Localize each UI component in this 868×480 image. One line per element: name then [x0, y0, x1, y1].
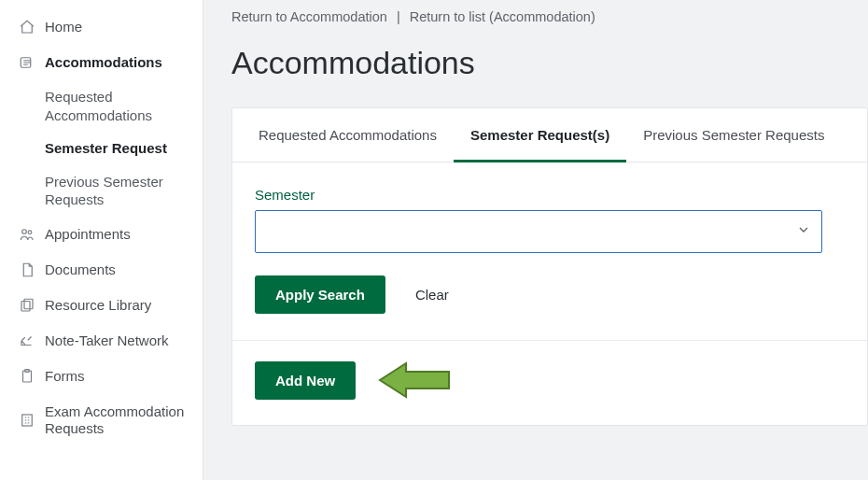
svg-point-1 — [22, 229, 27, 233]
clear-button[interactable]: Clear — [415, 287, 449, 303]
apply-search-button[interactable]: Apply Search — [255, 275, 385, 314]
share-icon — [17, 332, 37, 349]
library-icon — [17, 297, 37, 314]
sidebar-item-note-taker-network[interactable]: Note-Taker Network — [0, 323, 203, 359]
sidebar-item-label: Appointments — [45, 226, 189, 243]
add-row: Add New — [232, 341, 867, 425]
breadcrumb-link-return-accommodation[interactable]: Return to Accommodation — [231, 9, 387, 24]
arrow-callout-icon — [378, 360, 451, 401]
add-new-button[interactable]: Add New — [255, 361, 356, 400]
sidebar-subitem-requested-accommodations[interactable]: Requested Accommodations — [0, 80, 203, 132]
list-icon — [17, 54, 37, 71]
sidebar-item-label: Accommodations — [45, 54, 189, 71]
sidebar-item-resource-library[interactable]: Resource Library — [0, 288, 203, 323]
breadcrumb-link-return-list[interactable]: Return to list (Accommodation) — [410, 9, 595, 24]
svg-rect-7 — [22, 415, 33, 426]
sidebar-item-appointments[interactable]: Appointments — [0, 217, 203, 252]
sidebar-item-label: Resource Library — [45, 297, 189, 314]
document-icon — [17, 261, 37, 278]
semester-select[interactable] — [255, 210, 822, 253]
svg-marker-8 — [380, 363, 449, 397]
svg-point-2 — [28, 230, 32, 233]
sidebar-item-accommodations[interactable]: Accommodations — [0, 45, 203, 80]
main-content: Return to Accommodation | Return to list… — [203, 0, 868, 480]
sidebar-item-label: Exam Accommodation Requests — [45, 403, 189, 437]
sidebar-item-home[interactable]: Home — [0, 9, 203, 45]
sidebar-subitem-semester-request[interactable]: Semester Request — [0, 132, 203, 165]
content-card: Requested Accommodations Semester Reques… — [231, 107, 868, 426]
tab-semester-requests[interactable]: Semester Request(s) — [454, 108, 626, 162]
tab-list: Requested Accommodations Semester Reques… — [232, 108, 867, 162]
svg-rect-3 — [21, 301, 30, 311]
filter-section: Semester Apply Search Clear — [232, 162, 867, 341]
semester-select-wrap — [255, 210, 822, 253]
sidebar-item-label: Documents — [45, 261, 189, 278]
sidebar-subitem-previous-semester-requests[interactable]: Previous Semester Requests — [0, 165, 203, 217]
home-icon — [17, 19, 37, 35]
sidebar-item-exam-accommodation-requests[interactable]: Exam Accommodation Requests — [0, 394, 203, 446]
sidebar-item-forms[interactable]: Forms — [0, 359, 203, 394]
clipboard-icon — [17, 368, 37, 385]
breadcrumb: Return to Accommodation | Return to list… — [231, 9, 868, 24]
sidebar-item-label: Home — [45, 19, 189, 35]
sidebar-item-documents[interactable]: Documents — [0, 252, 203, 288]
page-title: Accommodations — [231, 45, 868, 81]
sidebar: Home Accommodations Requested Accommodat… — [0, 0, 203, 480]
people-icon — [17, 226, 37, 243]
semester-field-label: Semester — [255, 187, 845, 203]
svg-rect-4 — [24, 299, 33, 309]
tab-requested-accommodations[interactable]: Requested Accommodations — [242, 108, 454, 162]
tab-previous-semester-requests[interactable]: Previous Semester Requests — [626, 108, 841, 162]
sidebar-item-label: Forms — [45, 368, 189, 385]
building-icon — [17, 412, 37, 429]
sidebar-item-label: Note-Taker Network — [45, 332, 189, 349]
breadcrumb-separator: | — [397, 9, 400, 24]
